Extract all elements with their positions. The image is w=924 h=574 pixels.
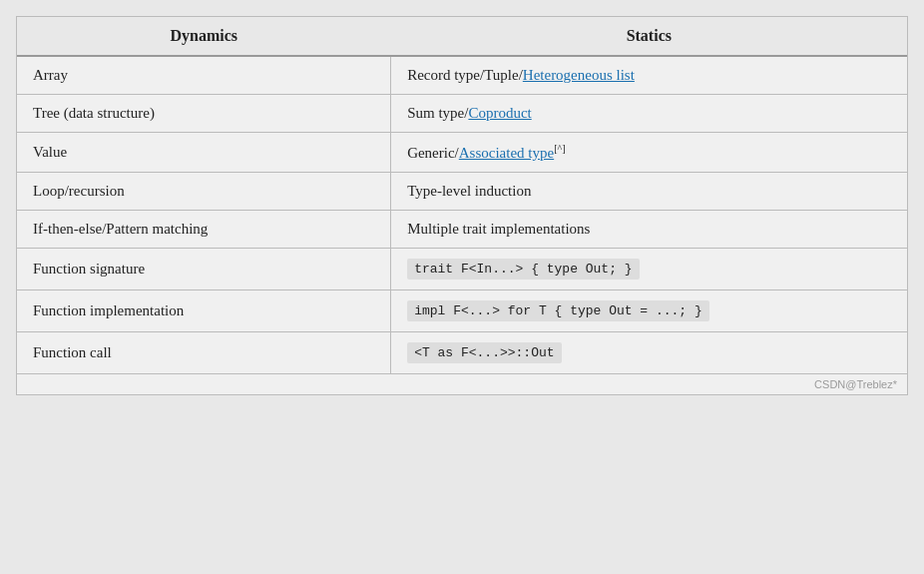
statics-cell: Sum type/Coproduct (391, 95, 907, 133)
statics-link[interactable]: Associated type (459, 145, 554, 161)
col-dynamics-header: Dynamics (17, 17, 391, 56)
statics-link[interactable]: Heterogeneous list (523, 67, 635, 83)
code-snippet: <T as F<...>>::Out (407, 342, 561, 363)
statics-sup: [^] (554, 143, 565, 154)
comparison-table-container: Dynamics Statics ArrayRecord type/Tuple/… (16, 16, 908, 395)
dynamics-cell: If-then-else/Pattern matching (17, 211, 391, 249)
code-snippet: trait F<In...> { type Out; } (407, 259, 639, 280)
dynamics-cell: Value (17, 133, 391, 173)
statics-text: Type-level induction (391, 173, 907, 211)
table-row: ArrayRecord type/Tuple/Heterogeneous lis… (17, 56, 907, 95)
dynamics-cell: Function signature (17, 249, 391, 290)
watermark: CSDN@Treblez* (17, 374, 907, 394)
statics-cell: Record type/Tuple/Heterogeneous list (391, 56, 907, 95)
table-row: Function call<T as F<...>>::Out (17, 332, 907, 374)
table-row: Loop/recursionType-level induction (17, 173, 907, 211)
statics-cell: Generic/Associated type[^] (391, 133, 907, 173)
dynamics-cell: Function implementation (17, 290, 391, 332)
statics-link[interactable]: Coproduct (468, 105, 531, 121)
code-snippet: impl F<...> for T { type Out = ...; } (407, 300, 709, 321)
statics-cell: trait F<In...> { type Out; } (391, 249, 907, 290)
table-header-row: Dynamics Statics (17, 17, 907, 56)
statics-cell: <T as F<...>>::Out (391, 332, 907, 374)
col-statics-header: Statics (391, 17, 907, 56)
table-row: If-then-else/Pattern matchingMultiple tr… (17, 211, 907, 249)
dynamics-cell: Loop/recursion (17, 173, 391, 211)
statics-text: Multiple trait implementations (391, 211, 907, 249)
statics-cell: impl F<...> for T { type Out = ...; } (391, 290, 907, 332)
table-row: ValueGeneric/Associated type[^] (17, 133, 907, 173)
comparison-table: Dynamics Statics ArrayRecord type/Tuple/… (17, 17, 907, 374)
statics-text: Sum type/ (407, 105, 468, 121)
table-row: Function signaturetrait F<In...> { type … (17, 249, 907, 290)
table-row: Tree (data structure)Sum type/Coproduct (17, 95, 907, 133)
dynamics-cell: Array (17, 56, 391, 95)
statics-text: Record type/Tuple/ (407, 67, 523, 83)
dynamics-cell: Tree (data structure) (17, 95, 391, 133)
dynamics-cell: Function call (17, 332, 391, 374)
table-row: Function implementationimpl F<...> for T… (17, 290, 907, 332)
statics-text: Generic/ (407, 145, 459, 161)
